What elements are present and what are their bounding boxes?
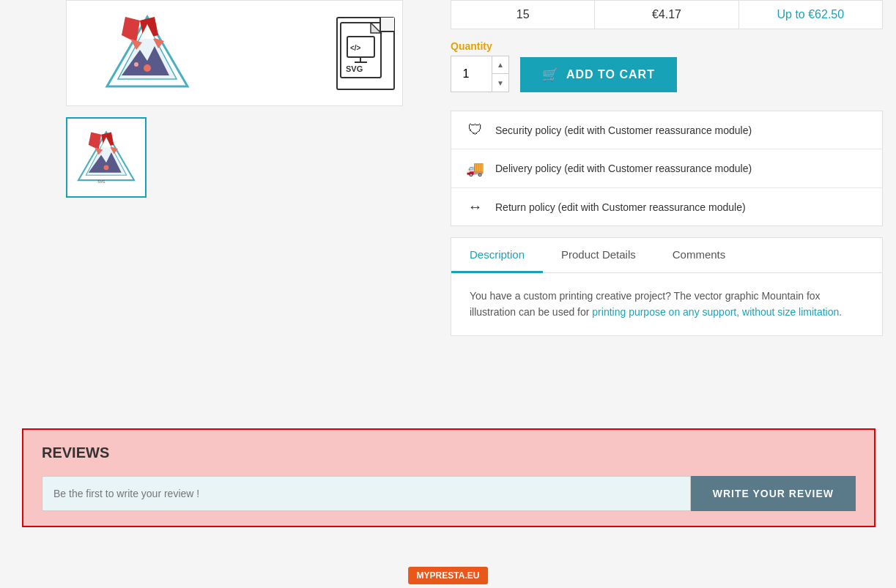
policy-section: 🛡 Security policy (edit with Customer re… [451,111,883,226]
security-policy-text: Security policy (edit with Customer reas… [495,124,752,136]
purchase-row: Quantity ▲ ▼ 🛒 ADD TO CART [451,40,883,92]
review-text-input[interactable] [42,476,691,511]
tab-comments[interactable]: Comments [654,238,744,273]
quantity-arrows: ▲ ▼ [492,56,508,92]
price-unit: €4.17 [652,8,681,21]
policy-security: 🛡 Security policy (edit with Customer re… [451,111,882,149]
quantity-up-button[interactable]: ▲ [492,56,508,74]
product-image-area: </> SVG SVG [0,0,410,425]
tab-product-details[interactable]: Product Details [543,238,654,273]
reviews-title: REVIEWS [42,444,856,461]
cart-icon: 🛒 [542,67,559,83]
svg-marker-19 [89,132,101,149]
policy-delivery: 🚚 Delivery policy (edit with Customer re… [451,149,882,188]
product-thumbnail-area: SVG [66,117,150,201]
quantity-section: Quantity ▲ ▼ [451,40,509,92]
svg-point-25 [104,165,109,170]
tabs-section: Description Product Details Comments You… [451,237,883,336]
svg-point-8 [144,64,151,72]
quantity-input-wrapper: ▲ ▼ [451,56,509,92]
description-text-link: printing purpose on any support, without… [592,306,842,318]
price-max-cell: Up to €62.50 [739,1,882,29]
delivery-icon: 🚚 [466,160,484,177]
quantity-down-button[interactable]: ▼ [492,74,508,92]
page-wrapper: </> SVG SVG [0,0,896,588]
svg-text:</>: </> [350,44,361,52]
product-main-image [74,10,221,97]
return-icon: ↔ [466,198,484,215]
price-unit-cell: €4.17 [595,1,738,29]
add-to-cart-button[interactable]: 🛒 ADD TO CART [520,57,677,92]
footer-badge: MYPRESTA.EU [408,567,489,584]
price-qty: 15 [517,8,530,21]
tabs-header: Description Product Details Comments [451,238,882,273]
add-to-cart-label: ADD TO CART [566,68,655,81]
price-row: 15 €4.17 Up to €62.50 [451,0,883,29]
main-image-container: </> SVG [66,0,403,106]
price-max: Up to €62.50 [777,8,845,21]
reviews-section: REVIEWS WRITE YOUR REVIEW [22,428,875,527]
svg-text:SVG: SVG [97,180,105,184]
review-input-row: WRITE YOUR REVIEW [42,476,856,511]
policy-return: ↔ Return policy (edit with Customer reas… [451,188,882,226]
product-info-area: 15 €4.17 Up to €62.50 Quantity ▲ ▼ [451,0,883,336]
delivery-policy-text: Delivery policy (edit with Customer reas… [495,163,752,174]
return-policy-text: Return policy (edit with Customer reassu… [495,201,746,213]
svg-marker-2 [122,17,140,42]
svg-point-9 [134,62,138,67]
product-thumbnail[interactable]: SVG [66,117,147,198]
svg-file-icon: </> SVG [336,17,395,90]
security-icon: 🛡 [466,122,484,138]
price-qty-cell: 15 [451,1,595,29]
tab-description[interactable]: Description [451,238,543,273]
write-review-button[interactable]: WRITE YOUR REVIEW [691,476,856,511]
svg-text:SVG: SVG [346,64,363,73]
quantity-input[interactable] [451,56,492,92]
quantity-label: Quantity [451,40,509,52]
tab-description-content: You have a custom printing creative proj… [451,273,882,335]
